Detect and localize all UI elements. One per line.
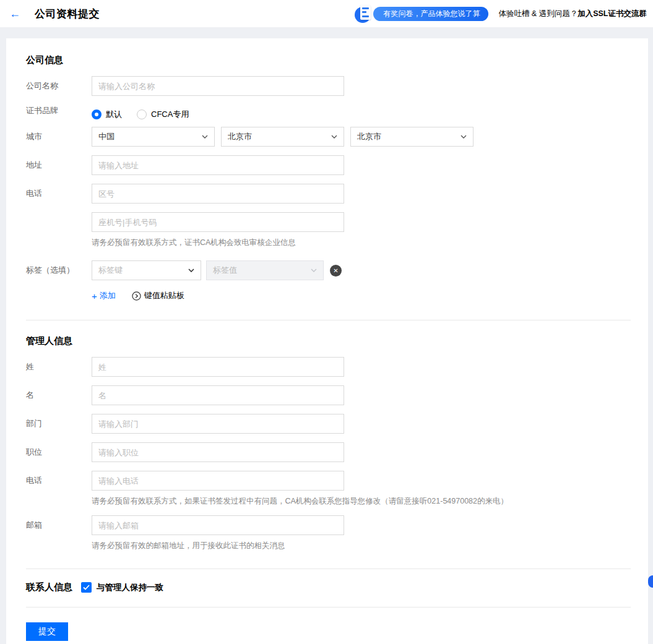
radio-unselected-icon <box>137 109 147 119</box>
tag-value-select-value: 标签值 <box>213 265 237 276</box>
email-row: 邮箱 请务必预留有效的邮箱地址，用于接收此证书的相关消息 <box>26 515 631 551</box>
back-arrow-icon[interactable]: ← <box>7 8 22 19</box>
key-value-paste-label: 键值粘贴板 <box>144 290 184 301</box>
province-select[interactable]: 北京市 <box>221 127 344 147</box>
address-input[interactable] <box>92 155 344 175</box>
radio-brand-default[interactable]: 默认 <box>92 109 122 120</box>
company-phone-label: 电话 <box>26 184 92 204</box>
last-name-label: 姓 <box>26 357 92 377</box>
radio-brand-cfca[interactable]: CFCA专用 <box>137 109 189 120</box>
email-hint: 请务必预留有效的邮箱地址，用于接收此证书的相关消息 <box>92 541 344 551</box>
admin-phone-input[interactable] <box>92 471 344 491</box>
tag-value-select: 标签值 <box>206 260 324 280</box>
survey-paper-icon <box>360 5 371 20</box>
email-input[interactable] <box>92 515 344 535</box>
radio-label-cfca: CFCA专用 <box>151 109 189 120</box>
key-value-paste-button[interactable]: 键值粘贴板 <box>132 290 184 301</box>
form-card: 公司信息 公司名称 证书品牌 默认 CFCA专用 城市 中国 <box>6 38 648 644</box>
company-name-row: 公司名称 <box>26 76 631 96</box>
chevron-down-icon <box>202 135 208 139</box>
city-select[interactable]: 北京市 <box>350 127 474 147</box>
admin-phone-label: 电话 <box>26 471 92 491</box>
bottom-divider <box>26 607 631 608</box>
country-select[interactable]: 中国 <box>92 127 215 147</box>
address-row: 地址 <box>26 155 631 175</box>
plus-icon: + <box>92 291 97 301</box>
check-icon <box>83 585 90 590</box>
circle-arrow-icon <box>132 291 141 301</box>
admin-phone-hint: 请务必预留有效联系方式，如果证书签发过程中有问题，CA机构会联系您指导您修改（请… <box>92 496 508 507</box>
contact-section-title: 联系人信息 <box>26 582 72 593</box>
company-name-label: 公司名称 <box>26 76 92 96</box>
first-name-input[interactable] <box>92 385 344 405</box>
delete-tag-icon[interactable]: ✕ <box>330 265 342 277</box>
page-title: 公司资料提交 <box>35 7 100 21</box>
help-text: 体验吐槽 & 遇到问题？加入SSL证书交流群 <box>498 9 647 19</box>
first-name-label: 名 <box>26 385 92 405</box>
floating-help-button[interactable] <box>648 575 653 588</box>
tags-row: 标签（选填） 标签键 标签值 ✕ + 添加 <box>26 260 631 301</box>
join-group-link[interactable]: 加入SSL证书交流群 <box>577 9 647 18</box>
survey-banner[interactable]: 有奖问卷，产品体验您说了算 <box>355 4 488 23</box>
area-code-input[interactable] <box>92 184 344 204</box>
department-input[interactable] <box>92 414 344 434</box>
province-select-value: 北京市 <box>228 131 252 142</box>
submit-button[interactable]: 提交 <box>26 622 68 641</box>
address-label: 地址 <box>26 155 92 175</box>
chevron-down-icon <box>461 135 467 139</box>
radio-label-default: 默认 <box>106 109 122 120</box>
city-select-value: 北京市 <box>357 131 381 142</box>
country-select-value: 中国 <box>98 131 115 142</box>
admin-phone-row: 电话 请务必预留有效联系方式，如果证书签发过程中有问题，CA机构会联系您指导您修… <box>26 471 631 507</box>
position-label: 职位 <box>26 442 92 462</box>
tag-key-select-value: 标签键 <box>98 265 123 276</box>
tags-label: 标签（选填） <box>26 260 92 280</box>
last-name-input[interactable] <box>92 357 344 377</box>
company-section-title: 公司信息 <box>26 54 631 66</box>
survey-banner-label[interactable]: 有奖问卷，产品体验您说了算 <box>373 7 488 21</box>
company-phone-hint: 请务必预留有效联系方式，证书CA机构会致电审核企业信息 <box>92 238 344 248</box>
tag-key-select[interactable]: 标签键 <box>92 260 201 280</box>
radio-selected-icon <box>92 109 102 119</box>
section-divider <box>26 569 631 569</box>
department-label: 部门 <box>26 414 92 434</box>
top-header: ← 公司资料提交 有奖问卷，产品体验您说了算 体验吐槽 & 遇到问题？加入SSL… <box>0 0 653 27</box>
admin-section-title: 管理人信息 <box>26 335 631 347</box>
city-label: 城市 <box>26 127 92 147</box>
brand-row: 证书品牌 默认 CFCA专用 <box>26 105 631 121</box>
add-tag-button[interactable]: + 添加 <box>92 290 116 301</box>
company-phone-row: 电话 请务必预留有效联系方式，证书CA机构会致电审核企业信息 <box>26 184 631 248</box>
chevron-down-icon <box>311 268 317 272</box>
department-row: 部门 <box>26 414 631 434</box>
city-row: 城市 中国 北京市 北京市 <box>26 127 631 147</box>
same-as-admin-label: 与管理人保持一致 <box>97 582 163 593</box>
same-as-admin-checkbox[interactable] <box>81 582 92 593</box>
first-name-row: 名 <box>26 385 631 405</box>
position-input[interactable] <box>92 442 344 462</box>
section-divider <box>26 320 631 320</box>
chevron-down-icon <box>331 135 337 139</box>
add-tag-label: 添加 <box>100 290 116 301</box>
contact-section-row: 联系人信息 与管理人保持一致 <box>26 582 631 593</box>
brand-label: 证书品牌 <box>26 105 92 117</box>
position-row: 职位 <box>26 442 631 462</box>
chevron-down-icon <box>188 268 194 272</box>
help-prefix: 体验吐槽 & 遇到问题？ <box>498 9 577 18</box>
phone-number-input[interactable] <box>92 212 344 232</box>
last-name-row: 姓 <box>26 357 631 377</box>
email-label: 邮箱 <box>26 515 92 535</box>
company-name-input[interactable] <box>92 76 344 96</box>
